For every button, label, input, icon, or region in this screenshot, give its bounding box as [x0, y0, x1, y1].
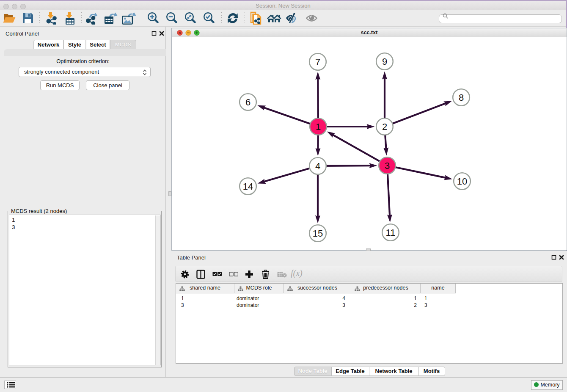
svg-text:15: 15: [313, 228, 323, 239]
svg-text:8: 8: [459, 92, 464, 103]
svg-text:10: 10: [457, 176, 467, 187]
svg-text:11: 11: [386, 227, 396, 238]
svg-text:2: 2: [382, 121, 387, 132]
svg-text:7: 7: [315, 57, 320, 67]
svg-text:3: 3: [385, 160, 390, 171]
svg-text:9: 9: [382, 56, 387, 67]
svg-text:1: 1: [316, 121, 321, 132]
svg-text:6: 6: [245, 97, 250, 108]
svg-text:4: 4: [315, 161, 320, 171]
svg-text:14: 14: [243, 181, 253, 192]
